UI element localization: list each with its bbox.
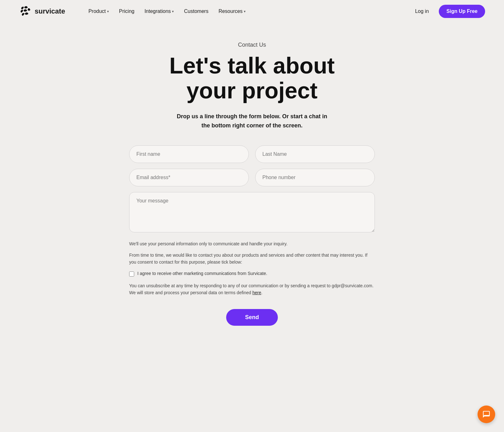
consent-text: From time to time, we would like to cont… [129,252,375,266]
email-input[interactable] [129,169,249,186]
nav-item-resources[interactable]: Resources ▾ [214,6,250,17]
nav-item-pricing[interactable]: Pricing [115,6,139,17]
signup-button[interactable]: Sign Up Free [439,5,485,18]
contact-label: Contact Us [101,42,403,48]
first-name-field [129,145,249,163]
logo-link[interactable]: survicate [19,5,65,18]
chat-icon [482,410,490,418]
submit-row: Send [129,309,375,326]
contact-form: We'll use your personal information only… [129,145,375,326]
hero-title: Let's talk about your project [101,53,403,103]
chevron-down-icon: ▾ [107,9,109,14]
marketing-consent-label[interactable]: I agree to receive other marketing commu… [137,271,267,276]
navbar: survicate Product ▾ Pricing Integrations… [0,0,504,23]
hero-subtitle: Drop us a line through the form below. O… [101,112,403,130]
nav-item-integrations[interactable]: Integrations ▾ [140,6,179,17]
marketing-consent-checkbox[interactable] [129,271,134,277]
nav-item-customers[interactable]: Customers [180,6,213,17]
last-name-input[interactable] [255,145,375,163]
first-name-input[interactable] [129,145,249,163]
last-name-field [255,145,375,163]
phone-field [255,169,375,186]
nav-item-product[interactable]: Product ▾ [84,6,113,17]
contact-row [129,169,375,186]
name-row [129,145,375,163]
chevron-down-icon: ▾ [244,9,246,14]
message-textarea[interactable] [129,192,375,232]
main-content: Contact Us Let's talk about your project… [94,23,410,351]
gdpr-link[interactable]: here [252,290,261,295]
phone-input[interactable] [255,169,375,186]
send-button[interactable]: Send [226,309,278,326]
email-field [129,169,249,186]
marketing-consent-row: I agree to receive other marketing commu… [129,271,375,277]
gdpr-text: You can unsubscribe at any time by respo… [129,282,375,296]
chevron-down-icon: ▾ [172,9,174,14]
privacy-text: We'll use your personal information only… [129,241,375,247]
logo-text: survicate [35,7,65,15]
chat-bubble-button[interactable] [478,406,495,423]
nav-links: Product ▾ Pricing Integrations ▾ Custome… [84,6,410,17]
message-field [129,192,375,234]
login-button[interactable]: Log in [410,6,434,17]
nav-right: Log in Sign Up Free [410,5,485,18]
logo-icon [19,5,32,18]
